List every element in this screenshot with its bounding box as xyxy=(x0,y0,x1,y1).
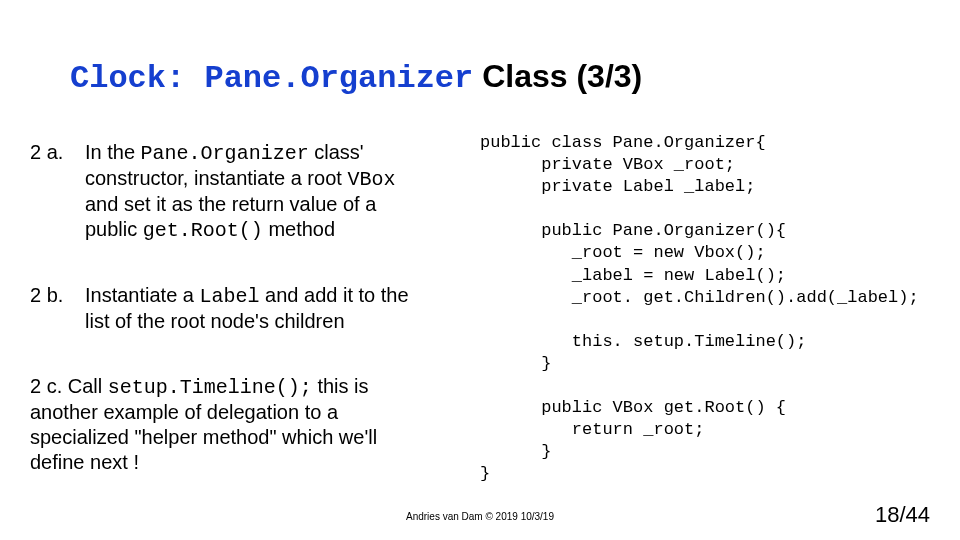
item-2a-label: 2 a. xyxy=(30,140,85,243)
item-2c: 2 c. Call setup.Timeline(); this is anot… xyxy=(30,374,430,475)
slide: Clock: Pane.Organizer Class (3/3) 2 a. I… xyxy=(0,0,960,540)
item-2b: 2 b. Instantiate a Label and add it to t… xyxy=(30,283,430,334)
item-2a: 2 a. In the Pane.Organizer class' constr… xyxy=(30,140,430,243)
item-2a-text: In the Pane.Organizer class' constructor… xyxy=(85,140,430,243)
code-block: public class Pane.Organizer{ private VBo… xyxy=(480,132,940,486)
footer-credit: Andries van Dam © 2019 10/3/19 xyxy=(0,511,960,522)
item-2b-text: Instantiate a Label and add it to the li… xyxy=(85,283,430,334)
slide-title: Clock: Pane.Organizer Class (3/3) xyxy=(70,58,642,97)
title-text: Class (3/3) xyxy=(473,58,642,94)
left-column: 2 a. In the Pane.Organizer class' constr… xyxy=(30,140,430,475)
item-2c-label: 2 c. xyxy=(30,375,62,397)
page-number: 18/44 xyxy=(875,502,930,528)
item-2b-label: 2 b. xyxy=(30,283,85,334)
title-code: Clock: Pane.Organizer xyxy=(70,60,473,97)
